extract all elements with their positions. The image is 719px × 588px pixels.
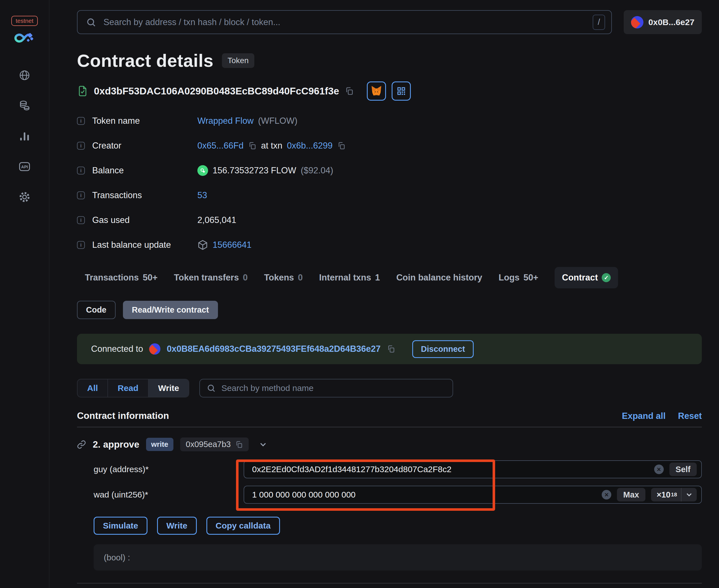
- app-window: testnet: [0, 0, 719, 588]
- tab-contract[interactable]: Contract ✓: [555, 267, 618, 288]
- expand-all-link[interactable]: Expand all: [622, 411, 666, 421]
- simulate-button[interactable]: Simulate: [94, 517, 147, 535]
- charts-icon: [19, 130, 30, 142]
- copy-calldata-button[interactable]: Copy calldata: [206, 517, 280, 535]
- block-number-link[interactable]: 15666641: [212, 240, 251, 250]
- tokens-icon: [19, 100, 30, 112]
- gas-used-value: 2,065,041: [198, 212, 702, 228]
- copy-txn-button[interactable]: [337, 142, 346, 150]
- disconnect-button[interactable]: Disconnect: [412, 340, 474, 358]
- qr-code-icon: [396, 86, 406, 96]
- sidebar-item-tokens[interactable]: [18, 99, 31, 112]
- max-button[interactable]: Max: [617, 488, 645, 502]
- info-icon[interactable]: i: [77, 191, 85, 199]
- contract-information-header: Contract information Expand all Reset: [77, 411, 702, 421]
- filter-read[interactable]: Read: [108, 379, 148, 397]
- creator-value: 0x65...66Fd at txn 0x6b...6299: [198, 138, 702, 154]
- creator-address-link[interactable]: 0x65...66Fd: [198, 141, 244, 151]
- balance-usd: ($92.04): [301, 166, 333, 175]
- copy-creator-button[interactable]: [248, 142, 256, 150]
- token-name-value: Wrapped Flow (WFLOW): [198, 113, 702, 129]
- sidebar-item-settings[interactable]: [18, 191, 31, 204]
- method-search[interactable]: [199, 379, 453, 397]
- info-icon[interactable]: i: [77, 216, 85, 224]
- subtab-read-write-contract[interactable]: Read/Write contract: [123, 301, 218, 319]
- connected-wallet-address[interactable]: 0x0B8EA6d6983cCBa39275493FEf648a2D64B36e…: [167, 344, 381, 354]
- wallet-connected-banner: Connected to 0x0B8EA6d6983cCBa39275493FE…: [77, 334, 702, 364]
- verified-check-icon: ✓: [602, 273, 611, 282]
- account-address: 0x0B...6e27: [649, 18, 695, 27]
- creator-at-txn: at txn: [261, 141, 283, 151]
- sidebar-item-api[interactable]: API: [18, 160, 31, 173]
- filter-write[interactable]: Write: [149, 379, 189, 397]
- metamask-icon: [370, 85, 382, 97]
- write-button[interactable]: Write: [157, 517, 197, 535]
- guy-address-input[interactable]: [251, 464, 649, 475]
- api-icon: API: [18, 161, 31, 173]
- search-shortcut-hint: /: [593, 15, 605, 30]
- global-search-input[interactable]: [103, 17, 586, 28]
- qr-code-button[interactable]: [392, 82, 411, 101]
- topbar: / 0x0B...6e27: [77, 10, 702, 34]
- chevron-down-icon: [258, 440, 268, 449]
- settings-icon: [18, 191, 31, 203]
- app-logo[interactable]: [14, 31, 35, 46]
- gas-used-label: i Gas used: [77, 212, 198, 228]
- chevron-down-icon: [685, 490, 693, 499]
- token-name-link[interactable]: Wrapped Flow: [198, 116, 253, 126]
- verified-contract-icon: [77, 85, 88, 97]
- clear-guy-icon[interactable]: ✕: [654, 464, 664, 474]
- flow-coin-icon: [198, 165, 208, 176]
- method-approve-header[interactable]: 2. approve write 0x095ea7b3: [77, 438, 702, 451]
- block-icon: [198, 239, 208, 250]
- link-icon[interactable]: [77, 440, 86, 449]
- wad-amount-input[interactable]: [251, 490, 596, 500]
- method-write-badge: write: [146, 438, 173, 451]
- copy-icon: [235, 441, 243, 448]
- reset-link[interactable]: Reset: [678, 411, 702, 421]
- tab-token-transfers[interactable]: Token transfers0: [174, 273, 248, 283]
- add-to-metamask-button[interactable]: [367, 82, 386, 101]
- filter-all[interactable]: All: [78, 379, 108, 397]
- method-output-panel: (bool) :: [94, 544, 702, 570]
- tab-tokens[interactable]: Tokens0: [264, 273, 303, 283]
- copy-address-button[interactable]: [345, 86, 354, 96]
- balance-amount: 156.73532723 FLOW: [212, 166, 296, 175]
- tab-internal-txns[interactable]: Internal txns1: [319, 273, 380, 283]
- section-actions: Expand all Reset: [622, 411, 702, 421]
- self-button[interactable]: Self: [670, 463, 697, 476]
- global-search[interactable]: /: [77, 10, 612, 34]
- copy-wallet-address-button[interactable]: [387, 345, 395, 353]
- account-button[interactable]: 0x0B...6e27: [624, 10, 702, 34]
- wad-field-label: wad (uint256)*: [77, 490, 244, 500]
- info-icon[interactable]: i: [77, 117, 85, 125]
- transactions-count-link[interactable]: 53: [198, 190, 207, 201]
- method-filter-row: All Read Write: [77, 379, 702, 397]
- svg-text:API: API: [21, 165, 28, 169]
- field-row-guy: guy (address)* ✕ Self: [77, 460, 702, 478]
- info-icon[interactable]: i: [77, 167, 85, 174]
- tab-coin-balance-history[interactable]: Coin balance history: [396, 273, 482, 283]
- page-header: Contract details Token: [77, 50, 702, 71]
- multiplier-value: ×1018: [651, 488, 681, 502]
- multiplier-dropdown[interactable]: ×1018: [651, 488, 697, 502]
- contract-subtabs: Code Read/Write contract: [77, 301, 702, 319]
- copy-selector-button[interactable]: [235, 441, 243, 448]
- method-selector-badge: 0x095ea7b3: [180, 438, 249, 451]
- tab-transactions[interactable]: Transactions50+: [85, 273, 158, 283]
- sidebar-nav: API: [18, 69, 31, 204]
- subtab-code[interactable]: Code: [77, 301, 116, 319]
- sidebar-item-charts[interactable]: [18, 130, 31, 143]
- search-icon: [86, 17, 96, 27]
- creation-txn-link[interactable]: 0x6b...6299: [287, 141, 333, 151]
- guy-field-label: guy (address)*: [77, 464, 244, 474]
- multiplier-caret[interactable]: [681, 488, 697, 502]
- sidebar-item-network[interactable]: [18, 69, 31, 82]
- balance-label: i Balance: [77, 163, 198, 178]
- clear-wad-icon[interactable]: ✕: [602, 490, 611, 500]
- info-icon[interactable]: i: [77, 241, 85, 249]
- collapse-method-button[interactable]: [258, 440, 268, 449]
- info-icon[interactable]: i: [77, 142, 85, 150]
- tab-logs[interactable]: Logs50+: [498, 273, 538, 283]
- method-search-input[interactable]: [221, 383, 446, 393]
